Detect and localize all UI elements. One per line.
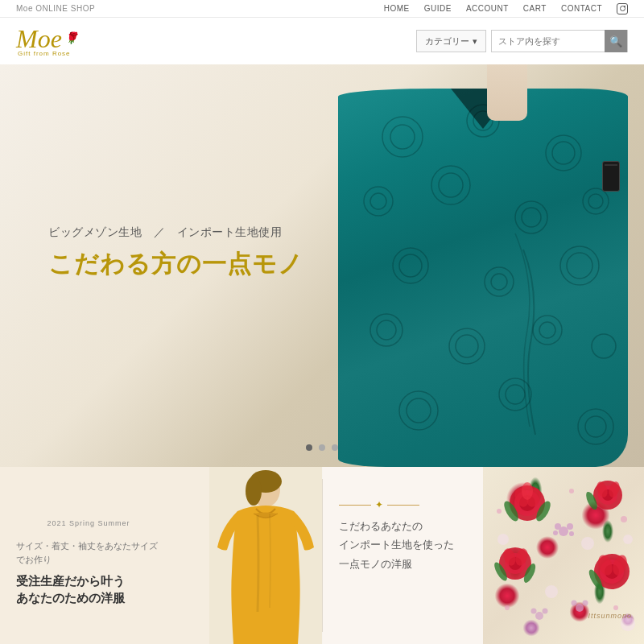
search-box: 🔍 (491, 30, 628, 52)
hero-carousel-dots (306, 444, 338, 451)
card-right-line3: 一点モノの洋服 (339, 555, 484, 573)
header-topbar: Moe ONLINE SHOP HOME GUIDE ACCOUNT CART … (0, 0, 644, 18)
hero-sub-text: ビッグメゾン生地 ／ インポート生地使用 (48, 225, 303, 240)
svg-point-32 (585, 416, 606, 437)
svg-point-73 (535, 612, 543, 620)
svg-point-17 (491, 274, 507, 290)
search-input[interactable] (492, 33, 605, 49)
carousel-dot-2[interactable] (319, 444, 325, 451)
svg-point-19 (567, 253, 592, 279)
svg-point-18 (560, 246, 599, 285)
nav-cart[interactable]: CART (523, 4, 547, 13)
svg-point-0 (382, 117, 423, 157)
svg-point-69 (569, 531, 574, 536)
svg-point-84 (505, 605, 510, 610)
svg-point-20 (370, 314, 402, 346)
chevron-down-icon: ▾ (473, 36, 477, 47)
svg-point-30 (506, 385, 525, 404)
card-left-text: 2021 Spring Summer サイズ・着丈・袖丈をあなたサイズでお作り … (16, 507, 161, 606)
svg-point-5 (552, 142, 575, 164)
hero-text-area: ビッグメゾン生地 ／ インポート生地使用 こだわる方の一点モノ (48, 225, 303, 279)
svg-point-85 (613, 605, 618, 610)
svg-point-83 (569, 489, 574, 493)
header-search-area: カテゴリー ▾ 🔍 (416, 30, 628, 52)
hero-dress-area (306, 64, 644, 467)
svg-point-43 (522, 482, 533, 500)
svg-point-22 (449, 328, 485, 364)
svg-point-82 (621, 516, 627, 522)
svg-point-23 (456, 335, 478, 357)
svg-point-76 (581, 537, 594, 550)
svg-point-37 (246, 477, 262, 506)
instagram-icon[interactable] (617, 3, 628, 14)
svg-point-79 (545, 585, 558, 598)
svg-point-31 (578, 409, 613, 444)
logo: Moe 🌹 (16, 26, 78, 52)
spring-label: 2021 Spring Summer (16, 519, 161, 527)
card-import-fabric[interactable]: ✦ こだわるあなたの インポート生地を使った 一点モノの洋服 (323, 467, 645, 644)
svg-point-68 (553, 530, 558, 535)
mannequin-neck (487, 64, 527, 121)
svg-point-8 (431, 166, 470, 204)
hero-main-text: こだわる方の一点モノ (48, 248, 303, 279)
card-right-lines: こだわるあなたの インポート生地を使った 一点モノの洋服 (339, 517, 484, 573)
svg-point-77 (497, 534, 509, 545)
nav-contact[interactable]: CONTACT (561, 4, 602, 13)
card-left-main: 受注生産だから叶う あなたのための洋服 (16, 572, 161, 606)
category-label: カテゴリー (425, 35, 469, 47)
card-right-text: ✦ こだわるあなたの インポート生地を使った 一点モノの洋服 (339, 499, 484, 573)
blouse-image (209, 467, 322, 644)
svg-point-16 (485, 267, 514, 296)
svg-point-10 (515, 201, 547, 233)
svg-point-11 (522, 208, 541, 227)
svg-point-7 (370, 193, 386, 209)
svg-point-70 (576, 604, 584, 612)
search-button[interactable]: 🔍 (605, 30, 627, 52)
svg-point-12 (583, 188, 609, 214)
ornament-line-right (387, 505, 419, 506)
cards-section: 2021 Spring Summer サイズ・着丈・袖丈をあなたサイズでお作り … (0, 467, 644, 644)
card-custom-order[interactable]: 2021 Spring Summer サイズ・着丈・袖丈をあなたサイズでお作り … (0, 467, 322, 644)
nav-account[interactable]: ACCOUNT (466, 4, 509, 13)
carousel-dot-1[interactable] (306, 444, 312, 451)
nav-guide[interactable]: GUIDE (424, 4, 452, 13)
svg-point-25 (539, 322, 555, 338)
svg-point-66 (567, 523, 573, 530)
hero-section: ビッグメゾン生地 ／ インポート生地使用 こだわる方の一点モノ (0, 64, 644, 467)
dress-body (338, 89, 628, 467)
svg-point-4 (546, 135, 581, 171)
svg-point-72 (572, 601, 577, 606)
svg-point-1 (390, 125, 415, 149)
logo-rose-icon: 🌹 (64, 33, 78, 44)
svg-point-28 (407, 398, 431, 423)
svg-point-27 (399, 391, 438, 430)
card-right-badge: Ittsunmono (588, 612, 632, 620)
svg-point-15 (399, 254, 422, 277)
svg-point-78 (623, 535, 633, 544)
logo-text: Moe (16, 26, 62, 52)
carousel-dot-3[interactable] (332, 444, 338, 451)
top-nav: HOME GUIDE ACCOUNT CART CONTACT (384, 3, 628, 14)
svg-point-21 (377, 320, 396, 340)
svg-point-74 (543, 609, 548, 614)
category-dropdown[interactable]: カテゴリー ▾ (416, 30, 486, 52)
svg-point-26 (592, 334, 616, 358)
nav-home[interactable]: HOME (384, 4, 410, 13)
blouse-svg (209, 467, 322, 644)
svg-point-81 (497, 509, 502, 514)
ornament-symbol: ✦ (375, 499, 383, 510)
search-icon: 🔍 (609, 35, 622, 47)
header-main: Moe 🌹 Gift from Rose カテゴリー ▾ 🔍 (0, 18, 644, 64)
mannequin-phone (602, 161, 620, 192)
svg-point-6 (364, 187, 393, 216)
svg-point-13 (588, 194, 603, 208)
svg-point-14 (393, 248, 428, 283)
logo-tagline: Gift from Rose (16, 50, 78, 57)
card-ornament: ✦ (339, 499, 484, 510)
svg-point-9 (439, 173, 463, 197)
svg-point-75 (531, 609, 537, 614)
card-right-line2: インポート生地を使った (339, 535, 484, 554)
svg-point-24 (533, 316, 562, 345)
svg-point-71 (583, 601, 588, 606)
ornament-line-left (339, 505, 371, 506)
